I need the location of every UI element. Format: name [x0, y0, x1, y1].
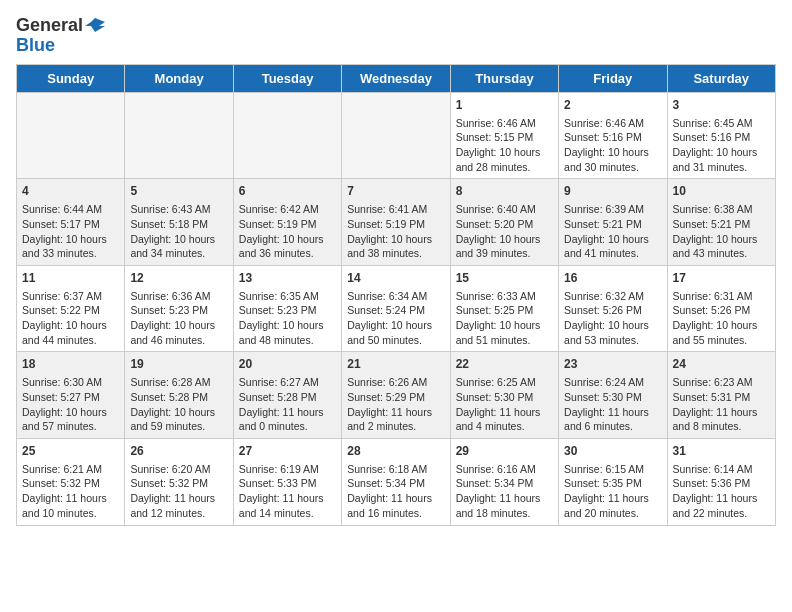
- day-info: Sunrise: 6:37 AMSunset: 5:22 PMDaylight:…: [22, 290, 107, 346]
- day-cell: 2Sunrise: 6:46 AMSunset: 5:16 PMDaylight…: [559, 92, 667, 179]
- day-info: Sunrise: 6:32 AMSunset: 5:26 PMDaylight:…: [564, 290, 649, 346]
- day-cell: 27Sunrise: 6:19 AMSunset: 5:33 PMDayligh…: [233, 438, 341, 525]
- day-info: Sunrise: 6:25 AMSunset: 5:30 PMDaylight:…: [456, 376, 541, 432]
- week-row-2: 4Sunrise: 6:44 AMSunset: 5:17 PMDaylight…: [17, 179, 776, 266]
- day-cell: 29Sunrise: 6:16 AMSunset: 5:34 PMDayligh…: [450, 438, 558, 525]
- day-info: Sunrise: 6:36 AMSunset: 5:23 PMDaylight:…: [130, 290, 215, 346]
- weekday-header-tuesday: Tuesday: [233, 64, 341, 92]
- day-cell: 20Sunrise: 6:27 AMSunset: 5:28 PMDayligh…: [233, 352, 341, 439]
- calendar-table: SundayMondayTuesdayWednesdayThursdayFrid…: [16, 64, 776, 526]
- day-cell: [233, 92, 341, 179]
- day-number: 31: [673, 443, 770, 460]
- day-number: 11: [22, 270, 119, 287]
- cell-content: 9Sunrise: 6:39 AMSunset: 5:21 PMDaylight…: [564, 183, 661, 261]
- day-number: 13: [239, 270, 336, 287]
- week-row-4: 18Sunrise: 6:30 AMSunset: 5:27 PMDayligh…: [17, 352, 776, 439]
- day-info: Sunrise: 6:18 AMSunset: 5:34 PMDaylight:…: [347, 463, 432, 519]
- day-number: 25: [22, 443, 119, 460]
- day-number: 4: [22, 183, 119, 200]
- day-info: Sunrise: 6:31 AMSunset: 5:26 PMDaylight:…: [673, 290, 758, 346]
- day-cell: 22Sunrise: 6:25 AMSunset: 5:30 PMDayligh…: [450, 352, 558, 439]
- day-number: 17: [673, 270, 770, 287]
- page-header: General Blue: [16, 16, 776, 56]
- day-cell: 21Sunrise: 6:26 AMSunset: 5:29 PMDayligh…: [342, 352, 450, 439]
- cell-content: 29Sunrise: 6:16 AMSunset: 5:34 PMDayligh…: [456, 443, 553, 521]
- day-number: 23: [564, 356, 661, 373]
- cell-content: 20Sunrise: 6:27 AMSunset: 5:28 PMDayligh…: [239, 356, 336, 434]
- day-cell: 16Sunrise: 6:32 AMSunset: 5:26 PMDayligh…: [559, 265, 667, 352]
- week-row-1: 1Sunrise: 6:46 AMSunset: 5:15 PMDaylight…: [17, 92, 776, 179]
- weekday-header-monday: Monday: [125, 64, 233, 92]
- day-number: 3: [673, 97, 770, 114]
- cell-content: 14Sunrise: 6:34 AMSunset: 5:24 PMDayligh…: [347, 270, 444, 348]
- day-info: Sunrise: 6:30 AMSunset: 5:27 PMDaylight:…: [22, 376, 107, 432]
- day-cell: 5Sunrise: 6:43 AMSunset: 5:18 PMDaylight…: [125, 179, 233, 266]
- weekday-header-sunday: Sunday: [17, 64, 125, 92]
- day-cell: 13Sunrise: 6:35 AMSunset: 5:23 PMDayligh…: [233, 265, 341, 352]
- cell-content: 2Sunrise: 6:46 AMSunset: 5:16 PMDaylight…: [564, 97, 661, 175]
- day-number: 29: [456, 443, 553, 460]
- day-info: Sunrise: 6:46 AMSunset: 5:15 PMDaylight:…: [456, 117, 541, 173]
- day-number: 24: [673, 356, 770, 373]
- day-number: 16: [564, 270, 661, 287]
- svg-marker-0: [85, 18, 105, 32]
- day-cell: 18Sunrise: 6:30 AMSunset: 5:27 PMDayligh…: [17, 352, 125, 439]
- day-cell: 8Sunrise: 6:40 AMSunset: 5:20 PMDaylight…: [450, 179, 558, 266]
- day-cell: 3Sunrise: 6:45 AMSunset: 5:16 PMDaylight…: [667, 92, 775, 179]
- day-number: 7: [347, 183, 444, 200]
- cell-content: 4Sunrise: 6:44 AMSunset: 5:17 PMDaylight…: [22, 183, 119, 261]
- day-number: 10: [673, 183, 770, 200]
- day-info: Sunrise: 6:33 AMSunset: 5:25 PMDaylight:…: [456, 290, 541, 346]
- day-number: 1: [456, 97, 553, 114]
- week-row-3: 11Sunrise: 6:37 AMSunset: 5:22 PMDayligh…: [17, 265, 776, 352]
- cell-content: 21Sunrise: 6:26 AMSunset: 5:29 PMDayligh…: [347, 356, 444, 434]
- day-number: 6: [239, 183, 336, 200]
- cell-content: 12Sunrise: 6:36 AMSunset: 5:23 PMDayligh…: [130, 270, 227, 348]
- weekday-header-row: SundayMondayTuesdayWednesdayThursdayFrid…: [17, 64, 776, 92]
- day-info: Sunrise: 6:45 AMSunset: 5:16 PMDaylight:…: [673, 117, 758, 173]
- day-info: Sunrise: 6:16 AMSunset: 5:34 PMDaylight:…: [456, 463, 541, 519]
- cell-content: 23Sunrise: 6:24 AMSunset: 5:30 PMDayligh…: [564, 356, 661, 434]
- cell-content: 30Sunrise: 6:15 AMSunset: 5:35 PMDayligh…: [564, 443, 661, 521]
- day-cell: 14Sunrise: 6:34 AMSunset: 5:24 PMDayligh…: [342, 265, 450, 352]
- cell-content: 24Sunrise: 6:23 AMSunset: 5:31 PMDayligh…: [673, 356, 770, 434]
- day-number: 14: [347, 270, 444, 287]
- cell-content: 25Sunrise: 6:21 AMSunset: 5:32 PMDayligh…: [22, 443, 119, 521]
- cell-content: 22Sunrise: 6:25 AMSunset: 5:30 PMDayligh…: [456, 356, 553, 434]
- day-cell: 7Sunrise: 6:41 AMSunset: 5:19 PMDaylight…: [342, 179, 450, 266]
- cell-content: 28Sunrise: 6:18 AMSunset: 5:34 PMDayligh…: [347, 443, 444, 521]
- cell-content: 3Sunrise: 6:45 AMSunset: 5:16 PMDaylight…: [673, 97, 770, 175]
- day-number: 9: [564, 183, 661, 200]
- day-info: Sunrise: 6:46 AMSunset: 5:16 PMDaylight:…: [564, 117, 649, 173]
- cell-content: 31Sunrise: 6:14 AMSunset: 5:36 PMDayligh…: [673, 443, 770, 521]
- day-cell: [125, 92, 233, 179]
- day-info: Sunrise: 6:35 AMSunset: 5:23 PMDaylight:…: [239, 290, 324, 346]
- day-info: Sunrise: 6:19 AMSunset: 5:33 PMDaylight:…: [239, 463, 324, 519]
- day-info: Sunrise: 6:39 AMSunset: 5:21 PMDaylight:…: [564, 203, 649, 259]
- day-cell: 31Sunrise: 6:14 AMSunset: 5:36 PMDayligh…: [667, 438, 775, 525]
- day-cell: 15Sunrise: 6:33 AMSunset: 5:25 PMDayligh…: [450, 265, 558, 352]
- day-number: 19: [130, 356, 227, 373]
- cell-content: 16Sunrise: 6:32 AMSunset: 5:26 PMDayligh…: [564, 270, 661, 348]
- cell-content: 18Sunrise: 6:30 AMSunset: 5:27 PMDayligh…: [22, 356, 119, 434]
- week-row-5: 25Sunrise: 6:21 AMSunset: 5:32 PMDayligh…: [17, 438, 776, 525]
- day-cell: 4Sunrise: 6:44 AMSunset: 5:17 PMDaylight…: [17, 179, 125, 266]
- day-cell: 9Sunrise: 6:39 AMSunset: 5:21 PMDaylight…: [559, 179, 667, 266]
- day-number: 26: [130, 443, 227, 460]
- day-number: 28: [347, 443, 444, 460]
- cell-content: 6Sunrise: 6:42 AMSunset: 5:19 PMDaylight…: [239, 183, 336, 261]
- day-info: Sunrise: 6:40 AMSunset: 5:20 PMDaylight:…: [456, 203, 541, 259]
- logo-general: General: [16, 16, 83, 36]
- day-number: 22: [456, 356, 553, 373]
- logo: General Blue: [16, 16, 105, 56]
- day-info: Sunrise: 6:23 AMSunset: 5:31 PMDaylight:…: [673, 376, 758, 432]
- day-cell: 25Sunrise: 6:21 AMSunset: 5:32 PMDayligh…: [17, 438, 125, 525]
- day-number: 2: [564, 97, 661, 114]
- cell-content: 5Sunrise: 6:43 AMSunset: 5:18 PMDaylight…: [130, 183, 227, 261]
- day-info: Sunrise: 6:27 AMSunset: 5:28 PMDaylight:…: [239, 376, 324, 432]
- day-cell: [342, 92, 450, 179]
- day-number: 5: [130, 183, 227, 200]
- day-number: 27: [239, 443, 336, 460]
- cell-content: 15Sunrise: 6:33 AMSunset: 5:25 PMDayligh…: [456, 270, 553, 348]
- logo-bird-icon: [85, 16, 105, 36]
